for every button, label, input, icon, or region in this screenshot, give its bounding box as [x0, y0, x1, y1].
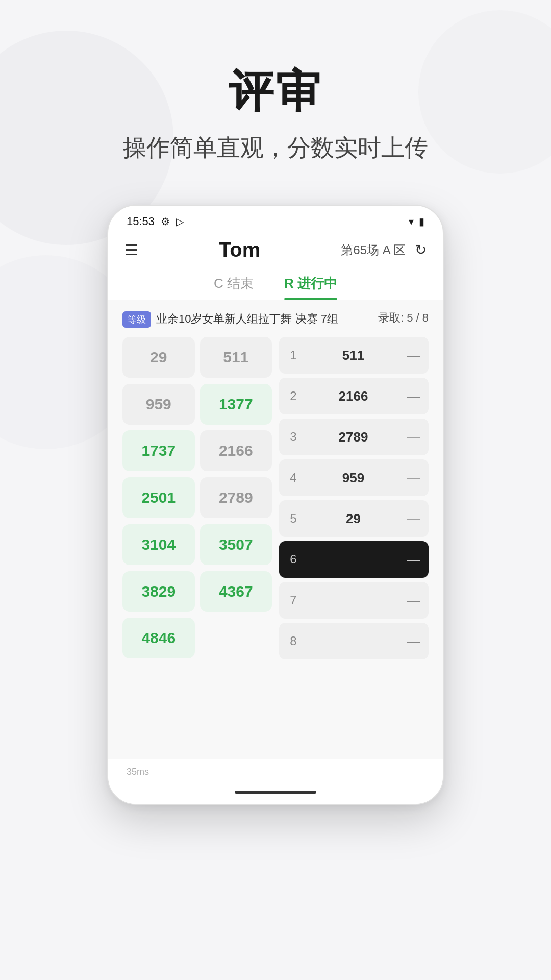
- app-header: ☰ Tom 第65场 A 区 ↻: [108, 232, 443, 270]
- num-cell-2789[interactable]: 2789: [200, 477, 272, 518]
- bg-circle-2: [418, 10, 551, 174]
- num-cell-4367[interactable]: 4367: [200, 571, 272, 612]
- rank-row-2[interactable]: 2 2166 —: [279, 378, 429, 414]
- hero-subtitle: 操作简单直观，分数实时上传: [123, 132, 428, 164]
- rank-row-8[interactable]: 8 —: [279, 623, 429, 659]
- rank-row-6[interactable]: 6 —: [279, 541, 429, 578]
- num-cell-2501[interactable]: 2501: [122, 477, 195, 518]
- num-cell-4846[interactable]: 4846: [122, 618, 195, 658]
- rank-row-4[interactable]: 4 959 —: [279, 459, 429, 496]
- rank-row-3[interactable]: 3 2789 —: [279, 419, 429, 455]
- debug-time: 35ms: [127, 767, 149, 777]
- phone-wrapper: 15:53 ⚙ ▷ ▾ ▮ ☰ Tom 第65场 A 区 ↻ C 结束: [107, 205, 444, 805]
- contest-info: 等级 业余10岁女单新人组拉丁舞 决赛 7组: [122, 310, 338, 328]
- session-info: 第65场 A 区: [341, 242, 406, 258]
- num-cell-3507[interactable]: 3507: [200, 524, 272, 565]
- admit-info: 录取: 5 / 8: [378, 310, 429, 326]
- num-cell-3104[interactable]: 3104: [122, 524, 195, 565]
- tabs: C 结束 R 进行中: [108, 270, 443, 300]
- num-cell-2166[interactable]: 2166: [200, 430, 272, 471]
- refresh-icon[interactable]: ↻: [415, 241, 427, 258]
- settings-icon: ⚙: [161, 215, 170, 228]
- num-cell-511[interactable]: 511: [200, 337, 272, 378]
- grade-badge: 等级: [122, 311, 151, 328]
- grid-container: 29 511 959 1377 1737 2166 2501 2789 3104…: [122, 337, 429, 659]
- contest-name: 业余10岁女单新人组拉丁舞 决赛 7组: [156, 310, 338, 327]
- status-bar: 15:53 ⚙ ▷ ▾ ▮: [108, 206, 443, 232]
- rank-row-7[interactable]: 7 —: [279, 582, 429, 619]
- num-cell-1377[interactable]: 1377: [200, 384, 272, 425]
- menu-icon[interactable]: ☰: [124, 241, 138, 259]
- num-cell-959[interactable]: 959: [122, 384, 195, 425]
- battery-icon: ▮: [419, 215, 424, 228]
- status-left: 15:53 ⚙ ▷: [127, 215, 184, 228]
- home-indicator: [235, 791, 316, 794]
- content-area: 等级 业余10岁女单新人组拉丁舞 决赛 7组 录取: 5 / 8 29 511 …: [108, 300, 443, 760]
- rank-row-1[interactable]: 1 511 —: [279, 337, 429, 374]
- num-cell-3829[interactable]: 3829: [122, 571, 195, 612]
- right-list: 1 511 — 2 2166 — 3 2789 —: [279, 337, 429, 659]
- hero-title: 评审: [123, 61, 428, 122]
- phone-frame: 15:53 ⚙ ▷ ▾ ▮ ☰ Tom 第65场 A 区 ↻ C 结束: [107, 205, 444, 805]
- rank-row-5[interactable]: 5 29 —: [279, 500, 429, 537]
- tab-r[interactable]: R 进行中: [284, 275, 337, 300]
- left-grid: 29 511 959 1377 1737 2166 2501 2789 3104…: [122, 337, 272, 659]
- app-title: Tom: [219, 238, 260, 261]
- status-right: ▾ ▮: [409, 215, 424, 228]
- header-right: 第65场 A 区 ↻: [341, 241, 427, 258]
- num-cell-29[interactable]: 29: [122, 337, 195, 378]
- phone-footer: 35ms: [108, 760, 443, 785]
- home-bar: [108, 785, 443, 804]
- contest-header: 等级 业余10岁女单新人组拉丁舞 决赛 7组 录取: 5 / 8: [122, 310, 429, 328]
- play-icon: ▷: [176, 215, 184, 228]
- num-cell-1737[interactable]: 1737: [122, 430, 195, 471]
- status-time: 15:53: [127, 215, 155, 228]
- hero-section: 评审 操作简单直观，分数实时上传: [123, 61, 428, 164]
- wifi-icon: ▾: [409, 215, 414, 228]
- tab-c[interactable]: C 结束: [214, 275, 254, 300]
